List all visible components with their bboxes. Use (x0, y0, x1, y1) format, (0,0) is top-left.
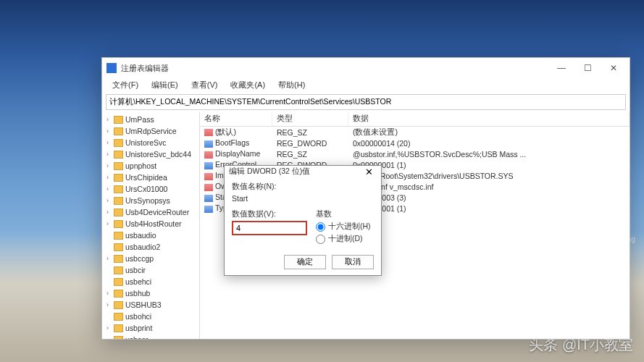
tree-item-label: usbser (125, 335, 149, 339)
chevron-right-icon: › (106, 220, 114, 227)
folder-icon (114, 174, 123, 182)
folder-icon (114, 313, 123, 321)
tree-item-label: Usb4HostRouter (125, 219, 182, 228)
tree-item[interactable]: ›usbhub (105, 287, 199, 299)
tree-item[interactable]: usbehci (105, 276, 199, 287)
radio-dec-input[interactable] (316, 235, 325, 244)
folder-icon (114, 301, 123, 309)
folder-icon (114, 185, 123, 193)
value-data: 0x00000003 (3) (348, 193, 630, 202)
value-name: DisplayName (215, 149, 260, 158)
tree-item-label: usbhub (125, 289, 150, 298)
tree-item[interactable]: ›UrsChipidea (105, 172, 199, 183)
tree-item[interactable]: ›UnistoreSvc (105, 137, 199, 148)
radio-hex-input[interactable] (316, 222, 325, 232)
tree-item[interactable]: ›UmPass (105, 114, 199, 125)
folder-icon (114, 220, 123, 228)
folder-icon (114, 162, 123, 170)
tree-item[interactable]: ›Usb4DeviceRouter (105, 206, 199, 218)
menu-view[interactable]: 查看(V) (185, 78, 224, 93)
folder-icon (114, 324, 123, 332)
col-data[interactable]: 数据 (348, 112, 630, 126)
tree-item[interactable]: ›UnistoreSvc_bdc44 (105, 148, 199, 160)
value-name: BootFlags (215, 138, 249, 147)
tree-pane[interactable]: ›UmPass›UmRdpService›UnistoreSvc›Unistor… (102, 112, 200, 339)
value-data-label: 数值数据(V): (232, 209, 307, 219)
tree-item[interactable]: ›UmRdpService (105, 125, 199, 137)
titlebar[interactable]: 注册表编辑器 — ☐ ✕ (102, 58, 630, 78)
tree-item-label: usbohci (125, 312, 151, 321)
list-row[interactable]: (默认)REG_SZ(数值未设置) (200, 127, 630, 138)
value-data: 0x00000014 (20) (348, 139, 630, 148)
ok-button[interactable]: 确定 (284, 255, 326, 269)
dialog-close-button[interactable]: ✕ (361, 167, 377, 177)
chevron-right-icon: › (106, 324, 114, 332)
value-data: @usbstor.inf,%USBSTOR.SvcDesc%;USB Mass … (348, 150, 630, 159)
folder-icon (114, 127, 123, 135)
chevron-right-icon: › (106, 174, 114, 181)
minimize-button[interactable]: — (548, 59, 574, 77)
tree-item[interactable]: ›usbccgp (105, 253, 199, 264)
chevron-right-icon: › (106, 185, 114, 193)
folder-icon (114, 336, 123, 340)
tree-item-label: UmPass (125, 115, 154, 124)
radio-hex[interactable]: 十六进制(H) (316, 222, 374, 232)
col-name[interactable]: 名称 (200, 112, 272, 126)
chevron-right-icon: › (106, 209, 114, 216)
tree-item[interactable]: ›USBHUB3 (105, 299, 199, 311)
chevron-right-icon: › (106, 116, 114, 123)
tree-item[interactable]: usbohci (105, 311, 199, 322)
chevron-right-icon: › (106, 255, 114, 262)
list-row[interactable]: BootFlagsREG_DWORD0x00000014 (20) (200, 138, 630, 148)
dialog-titlebar[interactable]: 编辑 DWORD (32 位)值 ✕ (225, 166, 381, 177)
tree-item[interactable]: ›upnphost (105, 160, 199, 172)
tree-item-label: usbaudio (125, 231, 156, 240)
folder-icon (114, 116, 123, 124)
chevron-right-icon: › (106, 127, 114, 135)
tree-item-label: Usb4DeviceRouter (125, 208, 189, 216)
folder-icon (114, 197, 123, 205)
close-button[interactable]: ✕ (601, 59, 627, 77)
tree-item-label: UnistoreSvc (125, 138, 167, 147)
folder-icon (114, 290, 123, 298)
chevron-right-icon: › (106, 197, 114, 204)
value-data: \SystemRoot\System32\drivers\USBSTOR.SYS (348, 172, 630, 180)
chevron-right-icon: › (106, 290, 114, 297)
value-icon (204, 162, 213, 169)
value-icon (204, 173, 213, 180)
app-icon (106, 63, 117, 73)
tree-item[interactable]: usbaudio2 (105, 241, 199, 253)
menubar: 文件(F) 编辑(E) 查看(V) 收藏夹(A) 帮助(H) (102, 78, 630, 93)
tree-item[interactable]: ›UrsSynopsys (105, 195, 199, 206)
value-data: 0x00000001 (1) (348, 204, 630, 213)
value-data: (数值未设置) (348, 127, 630, 138)
col-type[interactable]: 类型 (272, 112, 348, 126)
menu-help[interactable]: 帮助(H) (272, 78, 311, 93)
radio-hex-label: 十六进制(H) (328, 222, 371, 232)
address-bar[interactable]: 计算机\HKEY_LOCAL_MACHINE\SYSTEM\CurrentCon… (106, 94, 626, 110)
value-data-input[interactable] (232, 221, 307, 235)
tree-item[interactable]: usbcir (105, 264, 199, 276)
cancel-button[interactable]: 取消 (332, 255, 374, 269)
tree-item-label: USBHUB3 (125, 300, 162, 309)
menu-fav[interactable]: 收藏夹(A) (225, 78, 271, 93)
tree-item[interactable]: ›usbprint (105, 322, 199, 334)
maximize-button[interactable]: ☐ (574, 59, 601, 77)
folder-icon (114, 232, 123, 240)
folder-icon (114, 255, 123, 263)
folder-icon (114, 278, 123, 286)
tree-item[interactable]: usbser (105, 334, 199, 339)
radio-dec[interactable]: 十进制(D) (316, 234, 374, 244)
folder-icon (114, 151, 123, 159)
tree-item[interactable]: ›Usb4HostRouter (105, 218, 199, 230)
value-data: usbstor.inf v_mscdsc.inf (348, 182, 630, 191)
menu-edit[interactable]: 编辑(E) (146, 78, 184, 93)
value-name-label: 数值名称(N): (232, 182, 374, 192)
value-name: (默认) (215, 127, 236, 136)
tree-item[interactable]: ›UrsCx01000 (105, 183, 199, 195)
tree-item[interactable]: usbaudio (105, 230, 199, 241)
list-row[interactable]: DisplayNameREG_SZ@usbstor.inf,%USBSTOR.S… (200, 148, 630, 159)
menu-file[interactable]: 文件(F) (106, 78, 144, 93)
value-icon (204, 129, 213, 136)
tree-item-label: UmRdpService (125, 127, 177, 135)
